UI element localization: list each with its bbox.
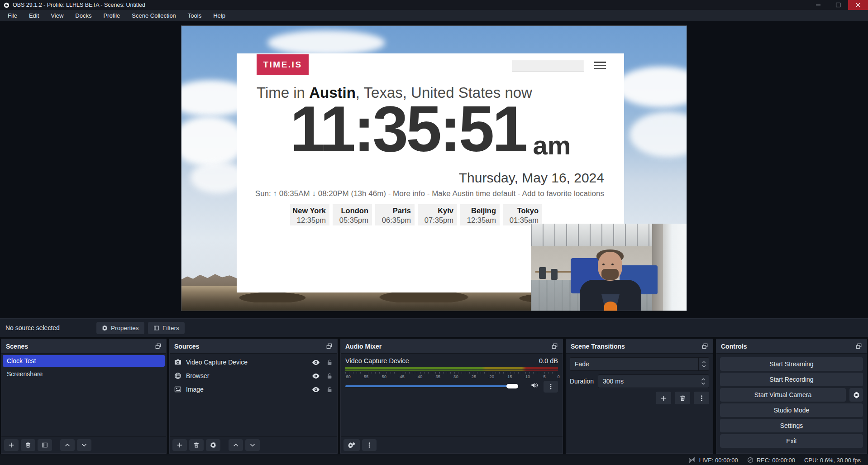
add-source-button[interactable] [172, 439, 187, 451]
window-controls [808, 0, 868, 10]
filters-button[interactable]: Filters [148, 322, 185, 334]
properties-button[interactable]: Properties [96, 322, 144, 334]
close-button[interactable] [848, 0, 868, 10]
start-virtual-camera-button[interactable]: Start Virtual Camera [720, 388, 846, 402]
add-favorite-link: Add to favorite locations [522, 189, 604, 198]
volume-meter [345, 367, 558, 369]
start-streaming-button[interactable]: Start Streaming [720, 357, 863, 371]
scene-filters-button[interactable] [38, 439, 52, 451]
source-context-bar: No source selected Properties Filters [0, 318, 868, 337]
volume-slider-handle[interactable] [506, 384, 518, 388]
video-canvas[interactable]: TIME.IS Time in Austin, Texas, United St… [181, 25, 687, 311]
mixer-level-db: 0.0 dB [539, 357, 558, 364]
world-cities-row: New York12:35pm London05:35pm Paris06:35… [290, 204, 542, 225]
remove-scene-button[interactable] [21, 439, 35, 451]
menu-edit[interactable]: Edit [23, 10, 45, 21]
sun-times: Sun: ↑ 06:35AM ↓ 08:20PM (13h 46m) [255, 189, 386, 198]
source-properties-button[interactable] [206, 439, 220, 451]
timeis-logo: TIME.IS [257, 54, 309, 75]
transition-select[interactable]: Fade [570, 357, 709, 371]
minimize-button[interactable] [808, 0, 828, 10]
make-default-link: Make Austin time default [432, 189, 515, 198]
controls-header: Controls [716, 339, 867, 354]
studio-mode-button[interactable]: Studio Mode [720, 403, 863, 417]
city-paris: Paris06:35pm [375, 204, 415, 225]
mixer-channel-menu-button[interactable] [544, 381, 558, 393]
preview-area: TIME.IS Time in Austin, Texas, United St… [0, 21, 868, 318]
spinbox-arrows-icon[interactable] [701, 375, 706, 388]
maximize-button[interactable] [828, 0, 848, 10]
transitions-buttons [656, 392, 709, 404]
timeis-sun-line: Sun: ↑ 06:35AM ↓ 08:20PM (13h 46m) - Mor… [255, 189, 604, 198]
scenes-dock-header: Scenes [1, 339, 166, 354]
webcam-window [660, 224, 687, 311]
menu-profile[interactable]: Profile [97, 10, 126, 21]
visibility-eye-icon[interactable] [312, 387, 320, 393]
visibility-eye-icon[interactable] [312, 360, 320, 365]
duration-row: Duration 300 ms [570, 374, 709, 388]
popout-icon[interactable] [551, 343, 558, 350]
popout-icon[interactable] [155, 343, 162, 350]
advanced-audio-button[interactable] [343, 439, 360, 451]
menu-view[interactable]: View [45, 10, 69, 21]
mixer-channel-name: Video Capture Device [345, 357, 409, 364]
remove-source-button[interactable] [189, 439, 204, 451]
source-row-image[interactable]: Image [170, 383, 337, 396]
speaker-icon[interactable] [531, 382, 538, 388]
mixer-menu-button[interactable] [362, 439, 377, 451]
city-beijing: Beijing12:35am [460, 204, 500, 225]
lock-icon[interactable] [326, 359, 333, 365]
scene-item-clock-test[interactable]: Clock Test [3, 355, 165, 367]
move-source-down-button[interactable] [245, 439, 260, 451]
timeis-clock: 11:35:51 am [237, 97, 624, 161]
live-status: LIVE: 00:00:00 [688, 457, 738, 464]
webcam-video-source [531, 224, 687, 311]
add-scene-button[interactable] [4, 439, 19, 451]
exit-button[interactable]: Exit [720, 434, 863, 448]
add-transition-button[interactable] [656, 392, 671, 404]
popout-icon[interactable] [326, 343, 333, 350]
source-row-browser[interactable]: Browser [170, 369, 337, 383]
combo-arrows-icon[interactable] [698, 358, 709, 370]
camera-icon [174, 359, 181, 366]
source-row-video-capture[interactable]: Video Capture Device [170, 355, 337, 369]
move-scene-up-button[interactable] [60, 439, 75, 451]
lock-icon[interactable] [326, 373, 333, 379]
timeis-search-input [512, 60, 584, 72]
settings-button[interactable]: Settings [720, 419, 863, 432]
start-recording-button[interactable]: Start Recording [720, 373, 863, 386]
visibility-eye-icon[interactable] [312, 373, 320, 379]
move-source-up-button[interactable] [229, 439, 243, 451]
menu-scene-collection[interactable]: Scene Collection [126, 10, 182, 21]
cloud [267, 30, 385, 55]
city-tokyo: Tokyo01:35am [503, 204, 542, 225]
controls-dock: Controls Start Streaming Start Recording… [716, 339, 867, 454]
sources-dock: Sources Video Capture Device Browser Ima… [169, 339, 338, 454]
menu-help[interactable]: Help [207, 10, 231, 21]
meter-tickmarks [345, 372, 558, 374]
transition-properties-button[interactable] [694, 392, 709, 404]
menu-tools[interactable]: Tools [182, 10, 207, 21]
popout-icon[interactable] [855, 343, 862, 350]
menu-file[interactable]: File [2, 10, 23, 21]
duration-spinbox[interactable]: 300 ms [598, 374, 709, 388]
menu-docks[interactable]: Docks [69, 10, 97, 21]
remove-transition-button[interactable] [675, 392, 690, 404]
scene-item-screenshare[interactable]: Screenshare [3, 368, 165, 380]
webcam-chair [539, 267, 546, 279]
clock-digits: 11:35:51 [290, 97, 526, 161]
virtual-camera-settings-button[interactable] [849, 388, 863, 402]
city-kyiv: Kyiv07:35pm [418, 204, 457, 225]
move-scene-down-button[interactable] [77, 439, 91, 451]
audio-mixer-dock: Audio Mixer Video Capture Device 0.0 dB … [340, 339, 563, 454]
volume-meter [345, 369, 558, 371]
mixer-toolbar [341, 436, 563, 453]
status-bar: LIVE: 00:00:00 REC: 00:00:00 CPU: 0.6%, … [0, 455, 868, 465]
more-info-link: More info [393, 189, 425, 198]
volume-slider[interactable] [345, 385, 516, 387]
obs-logo-icon [4, 2, 10, 8]
lock-icon[interactable] [326, 386, 333, 393]
cloud [630, 112, 687, 157]
city-london: London05:35pm [333, 204, 372, 225]
popout-icon[interactable] [701, 343, 708, 350]
